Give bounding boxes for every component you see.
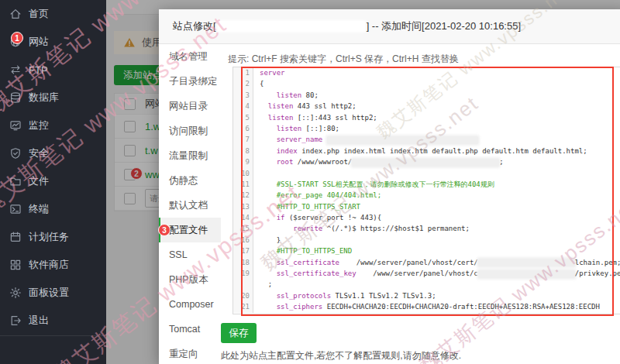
- sidebar-item-database[interactable]: 数据库: [0, 84, 106, 112]
- line-number: 10: [233, 168, 253, 179]
- line-number: 18: [233, 257, 253, 268]
- code-line: 7 server_name: [233, 134, 620, 145]
- code-text: listen 80;: [253, 90, 319, 101]
- modal-menu: 域名管理子目录绑定网站目录访问限制流量限制伪静态默认文档配置文件3SSLPHP版…: [159, 44, 221, 364]
- home-icon: [9, 8, 22, 20]
- grid-icon: [9, 259, 22, 271]
- sidebar-item-security[interactable]: 安全: [0, 139, 106, 167]
- code-line: 6 listen [::]:80;: [233, 123, 620, 134]
- code-text: rewrite ^(/.*)$ https://$host$1 permanen…: [253, 223, 470, 234]
- sidebar-item-panel-settings[interactable]: 面板设置: [0, 279, 106, 307]
- modal-tab-redirect[interactable]: 重定向: [159, 342, 221, 364]
- sidebar-item-label: 终端: [29, 202, 49, 216]
- line-number: 4: [233, 101, 253, 112]
- redacted-site-name: [218, 21, 365, 32]
- line-number: 19: [233, 268, 253, 279]
- sidebar-item-logout[interactable]: 退出: [0, 307, 106, 335]
- sidebar-divider: [0, 335, 106, 336]
- line-number: 21: [233, 301, 253, 312]
- modal-tab-site-dir[interactable]: 网站目录: [159, 94, 221, 118]
- code-line: 10: [233, 168, 620, 179]
- sidebar-item-cron[interactable]: 计划任务: [0, 223, 106, 251]
- sidebar-menu: 首页网站1FTP数据库监控安全文件终端计划任务软件商店面板设置退出: [0, 0, 106, 335]
- sidebar-item-label: 软件商店: [29, 258, 69, 272]
- sidebar-item-monitor[interactable]: 监控: [0, 112, 106, 139]
- sidebar-item-terminal[interactable]: 终端: [0, 195, 106, 223]
- modal-tab-default-doc[interactable]: 默认文档: [159, 193, 221, 218]
- code-line: 8 index index.php index.html index.htm d…: [233, 146, 620, 156]
- sidebar-item-ftp[interactable]: FTP: [0, 56, 106, 84]
- save-button[interactable]: 保存: [221, 323, 257, 343]
- sidebar-item-label: 退出: [29, 314, 49, 328]
- sidebar-item-label: 安全: [29, 146, 49, 160]
- modal-tab-traffic-limit[interactable]: 流量限制: [159, 143, 221, 168]
- sidebar-item-home[interactable]: 首页: [0, 0, 106, 28]
- app-root: { "app": { "watermark": "魏艾斯笔记 www.vpsss…: [0, 0, 620, 364]
- sidebar-item-label: 网站: [29, 35, 49, 49]
- code-text: if ($server_port !~ 443){: [253, 212, 381, 223]
- code-line: 14 if ($server_port !~ 443){: [233, 212, 620, 223]
- code-text: #HTTP_TO_HTTPS_START: [253, 201, 360, 212]
- line-number: 13: [233, 201, 253, 212]
- line-number: 8: [233, 146, 253, 156]
- line-number: 2: [233, 78, 253, 89]
- config-editor[interactable]: 1server2{3 listen 80;4 listen 443 ssl ht…: [232, 67, 620, 314]
- modal-tab-ssl[interactable]: SSL: [159, 242, 221, 267]
- code-line: 12 #error_page 404/404.html;: [233, 190, 620, 201]
- redacted-text: [327, 136, 478, 144]
- code-text: listen 443 ssl http2;: [253, 101, 356, 112]
- sidebar-item-label: FTP: [29, 64, 48, 76]
- code-line: 15 rewrite ^(/.*)$ https://$host$1 perma…: [233, 223, 620, 234]
- modal-body: 域名管理子目录绑定网站目录访问限制流量限制伪静态默认文档配置文件3SSLPHP版…: [159, 44, 620, 364]
- code-line: 18 ssl_certificate /www/server/panel/vho…: [233, 257, 620, 268]
- modal-tab-composer[interactable]: Composer: [159, 292, 221, 317]
- code-line: 19 ssl_certificate_key /www/server/panel…: [233, 268, 620, 279]
- line-number: 5: [233, 112, 253, 123]
- line-number: 12: [233, 190, 253, 201]
- code-text: #SSL-START SSL相关配置，请勿删除或修改下一行带注释的404规则: [253, 179, 494, 190]
- sidebar-item-appstore[interactable]: 软件商店: [0, 251, 106, 279]
- modal-tab-access-limit[interactable]: 访问限制: [159, 118, 221, 143]
- modal-header: 站点修改[ ] -- 添加时间[2021-02-20 10:16:55]: [159, 9, 620, 44]
- line-number: 3: [233, 90, 253, 101]
- code-text: server: [253, 67, 285, 78]
- code-text: root /www/wwwroot/;: [253, 156, 504, 167]
- config-hint: 提示: Ctrl+F 搜索关键字，Ctrl+S 保存，Ctrl+H 查找替换: [228, 53, 459, 66]
- code-text: ssl_protocols TLSv1.1 TLSv1.2 TLSv1.3;: [253, 290, 436, 301]
- code-line: 2{: [233, 78, 620, 89]
- config-note: 此处为站点主配置文件,若您不了解配置规则,请勿随意修改.: [221, 349, 461, 362]
- code-text: {: [253, 78, 264, 89]
- code-line: 3 listen 80;: [233, 90, 620, 101]
- modal-tab-domain-manage[interactable]: 域名管理: [159, 44, 221, 69]
- sidebar-item-label: 面板设置: [29, 286, 69, 300]
- code-text: }: [253, 235, 281, 246]
- code-line: 17 #HTTP_TO_HTTPS_END: [233, 246, 620, 256]
- line-number: 14: [233, 212, 253, 223]
- code-line: 21 ssl_ciphers EECDH+CHACHA20:EECDH+CHAC…: [233, 301, 620, 312]
- sidebar: 首页网站1FTP数据库监控安全文件终端计划任务软件商店面板设置退出: [0, 0, 106, 364]
- sidebar-item-label: 首页: [29, 7, 49, 21]
- modal-tab-php-version[interactable]: PHP版本: [159, 267, 221, 292]
- sidebar-item-label: 文件: [29, 174, 49, 188]
- code-line: 13 #HTTP_TO_HTTPS_START: [233, 201, 620, 212]
- transfer-icon: [9, 64, 22, 76]
- code-text: ssl_ciphers EECDH+CHACHA20:EECDH+CHACHA2…: [253, 301, 600, 312]
- line-number: 9: [233, 156, 253, 167]
- sidebar-item-files[interactable]: 文件: [0, 167, 106, 195]
- redacted-text: [478, 259, 575, 266]
- modal-title-prefix: 站点修改[: [173, 19, 216, 33]
- sidebar-item-website[interactable]: 网站1: [0, 28, 106, 56]
- code-line: ;: [233, 279, 620, 290]
- config-pane: 提示: Ctrl+F 搜索关键字，Ctrl+S 保存，Ctrl+H 查找替换 1…: [221, 44, 620, 364]
- line-number: 20: [233, 290, 253, 301]
- code-line: 9 root /www/wwwroot/;: [233, 156, 620, 167]
- modal-tab-subdir-bind[interactable]: 子目录绑定: [159, 69, 221, 94]
- step-badge-3: 3: [158, 224, 170, 236]
- code-text: [253, 168, 260, 179]
- code-line: 16 }: [233, 235, 620, 246]
- redacted-text: [478, 270, 575, 278]
- modal-tab-config-file[interactable]: 配置文件3: [159, 218, 221, 242]
- modal-tab-tomcat[interactable]: Tomcat: [159, 317, 221, 342]
- modal-tab-url-rewrite[interactable]: 伪静态: [159, 168, 221, 193]
- monitor-icon: [9, 119, 22, 132]
